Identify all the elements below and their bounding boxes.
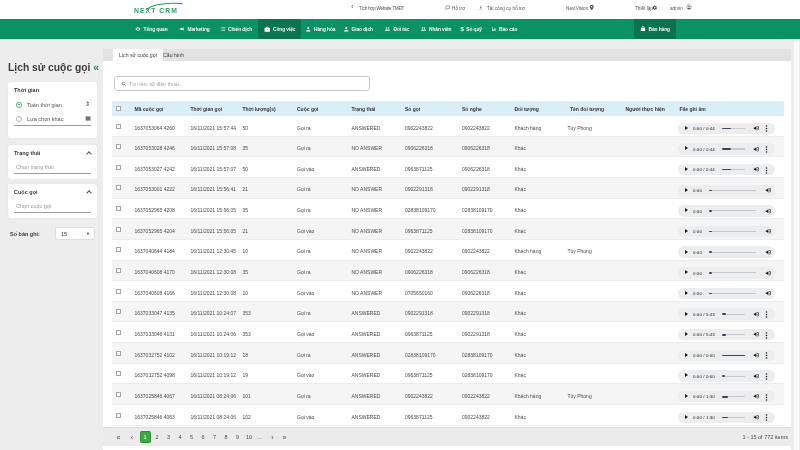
svg-text:NEXT CRM: NEXT CRM xyxy=(134,7,178,14)
